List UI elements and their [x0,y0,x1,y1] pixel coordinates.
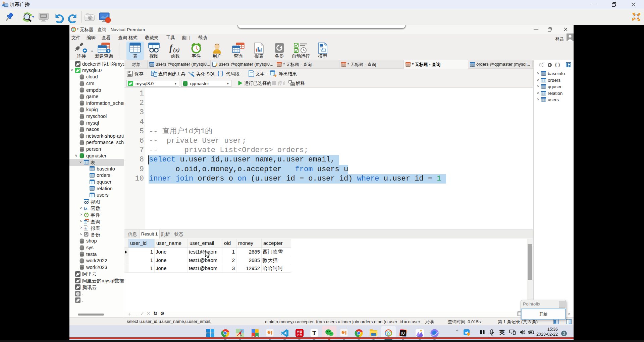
svg-text:有道: 有道 [297,330,303,333]
svg-text:T: T [312,330,316,336]
svg-text:(x): (x) [173,47,180,53]
svg-text:词典: 词典 [297,333,302,336]
svg-text:IU: IU [401,332,405,335]
svg-text:fx: fx [84,206,88,210]
